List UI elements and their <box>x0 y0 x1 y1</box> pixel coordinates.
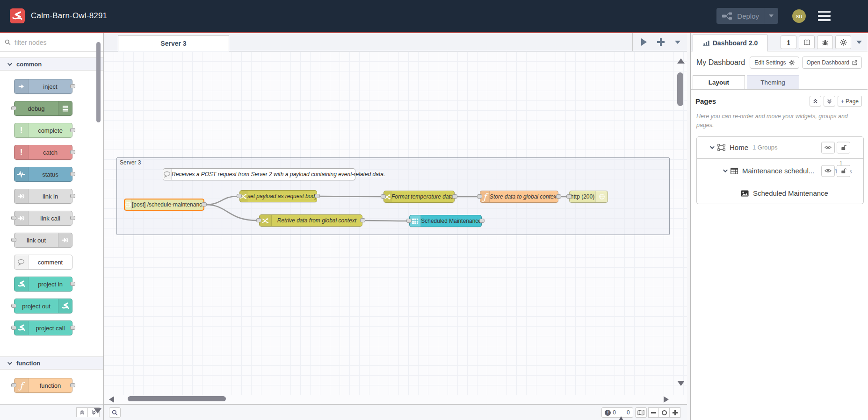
eye-icon <box>825 169 832 173</box>
canvas-scroll-left-arrow[interactable] <box>109 396 114 403</box>
tree-row-group[interactable]: Maintenance schedul... 1 Widgets <box>697 159 863 183</box>
palette-node-project-call[interactable]: project call <box>14 320 72 335</box>
flow-node-format-temp[interactable]: Format temperature data. <box>383 191 455 203</box>
palette-node-project-in[interactable]: project in <box>14 277 72 292</box>
palette-node-status[interactable]: status <box>14 167 72 182</box>
zoom-reset-button[interactable] <box>659 407 670 418</box>
sidebar-resize-handle[interactable] <box>687 33 691 420</box>
help-tab-button[interactable] <box>799 36 815 49</box>
debug-tab-button[interactable] <box>817 36 833 49</box>
canvas-scroll-up-arrow[interactable] <box>677 58 685 64</box>
navigator-button[interactable] <box>635 407 647 418</box>
palette-node-label: project in <box>29 277 72 291</box>
palette-node-complete[interactable]: !complete <box>14 123 72 138</box>
flow-node-set-payload[interactable]: set payload as request body <box>239 190 317 202</box>
deploy-button[interactable]: Deploy <box>716 8 778 24</box>
collapse-all-categories-button[interactable] <box>76 407 88 417</box>
node-input-port[interactable] <box>381 194 386 199</box>
node-output-port[interactable] <box>556 194 561 199</box>
node-port <box>11 106 16 110</box>
tab-layout[interactable]: Layout <box>693 75 745 89</box>
edit-settings-button[interactable]: Edit Settings <box>750 57 799 69</box>
palette-scroll-area: commoninjectdebug!complete!catchstatusli… <box>0 52 103 404</box>
canvas-hscrollbar-thumb[interactable] <box>128 396 226 401</box>
fn-icon: ƒ <box>14 378 29 392</box>
node-input-port[interactable] <box>566 194 571 199</box>
sidebar-tabs-dropdown[interactable] <box>856 41 862 44</box>
palette-node-link-in[interactable]: link in <box>14 189 72 204</box>
palette-filter[interactable]: filter nodes <box>0 33 103 52</box>
canvas-search-button[interactable] <box>109 407 121 418</box>
flow-node-store-global[interactable]: ƒStore data to global context <box>480 191 558 203</box>
unlock-icon <box>840 144 846 150</box>
palette-node-debug[interactable]: debug <box>14 101 72 116</box>
palette-node-link-call[interactable]: link call <box>14 211 72 226</box>
palette-scroll-down-arrow[interactable] <box>94 408 101 413</box>
add-flow-button[interactable] <box>657 38 665 46</box>
flow-node-http200[interactable]: http (200) <box>569 191 608 203</box>
group-lock-button[interactable] <box>837 165 850 177</box>
info-icon: i <box>787 38 790 47</box>
chevron-down-icon[interactable] <box>723 168 728 172</box>
flow-list-dropdown[interactable] <box>675 41 680 44</box>
tab-scroll-right-icon[interactable] <box>641 38 647 46</box>
flow-node-label: Receives a POST request from Server 2 wi… <box>172 169 385 180</box>
node-output-port[interactable] <box>202 202 207 206</box>
palette-category-common[interactable]: common <box>0 57 103 71</box>
error-count: 0 <box>613 409 616 416</box>
canvas-scroll-down-arrow[interactable] <box>677 381 685 386</box>
sidebar-tab-dashboard[interactable]: Dashboard 2.0 <box>693 35 767 51</box>
node-port <box>11 383 16 387</box>
palette-node-catch[interactable]: !catch <box>14 145 72 160</box>
palette-scrollbar-thumb[interactable] <box>96 42 101 122</box>
node-port <box>11 304 16 308</box>
node-output-port[interactable] <box>315 194 320 198</box>
canvas-vscrollbar-thumb[interactable] <box>677 72 683 106</box>
node-output-port[interactable] <box>479 219 485 223</box>
user-avatar[interactable]: su <box>792 9 806 23</box>
palette-node-inject[interactable]: inject <box>14 79 72 94</box>
palette-node-function[interactable]: ƒfunction <box>14 378 72 393</box>
info-tab-button[interactable]: i <box>781 36 796 49</box>
flow-tab-server3[interactable]: Server 3 <box>118 35 229 51</box>
main-menu-button[interactable] <box>818 11 831 21</box>
node-input-port[interactable] <box>237 194 242 198</box>
notifications-toggle[interactable]: ! 0 ! 0 <box>601 407 633 418</box>
tab-theming[interactable]: Theming <box>747 75 799 89</box>
flow-node-retrieve-global[interactable]: Retrive data from global context <box>259 214 362 227</box>
node-input-port[interactable] <box>406 219 412 223</box>
node-input-port[interactable] <box>477 194 482 199</box>
zoom-in-button[interactable] <box>670 407 680 418</box>
node-input-port[interactable] <box>256 218 261 222</box>
chevron-down-icon[interactable] <box>710 144 715 149</box>
deploy-nodes-icon <box>722 12 732 20</box>
tree-row-home[interactable]: Home 1 Groups <box>697 137 863 159</box>
node-output-port[interactable] <box>452 194 457 199</box>
group-visibility-button[interactable] <box>821 165 835 177</box>
flow-node-post[interactable]: [post] /schedule-maintenance <box>124 199 204 211</box>
config-tab-button[interactable] <box>835 36 851 49</box>
palette-node-project-out[interactable]: project out <box>14 299 72 313</box>
palette-node-comment[interactable]: comment <box>14 255 72 270</box>
zoom-out-button[interactable] <box>648 407 659 418</box>
palette-category-function[interactable]: function <box>0 356 103 370</box>
move-page-down-button[interactable] <box>824 96 835 107</box>
tree-row-widget[interactable]: Scheduled Maintenance <box>697 183 863 204</box>
chart-bars-icon <box>702 40 710 46</box>
flow-node-comment1[interactable]: Receives a POST request from Server 2 wi… <box>163 168 355 180</box>
palette-node-link-out[interactable]: link out <box>14 233 72 248</box>
page-visibility-button[interactable] <box>821 142 835 153</box>
flow-node-sched-table[interactable]: Scheduled Maintenance <box>409 215 482 227</box>
add-page-button[interactable]: + Page <box>838 96 862 107</box>
flow-canvas[interactable]: Server 3 Receives a POST request from Se… <box>104 51 687 395</box>
node-output-port[interactable] <box>360 218 365 222</box>
move-page-up-button[interactable] <box>810 96 821 107</box>
canvas-hscrollbar[interactable] <box>104 395 687 404</box>
deploy-options-button[interactable] <box>764 8 778 24</box>
dashboard-subtabs: Layout Theming <box>691 72 868 90</box>
project-icon <box>58 299 72 313</box>
page-lock-button[interactable] <box>837 142 850 153</box>
node-port <box>70 282 75 286</box>
canvas-scroll-right-arrow[interactable] <box>664 396 669 403</box>
open-dashboard-button[interactable]: Open Dashboard <box>802 57 862 69</box>
